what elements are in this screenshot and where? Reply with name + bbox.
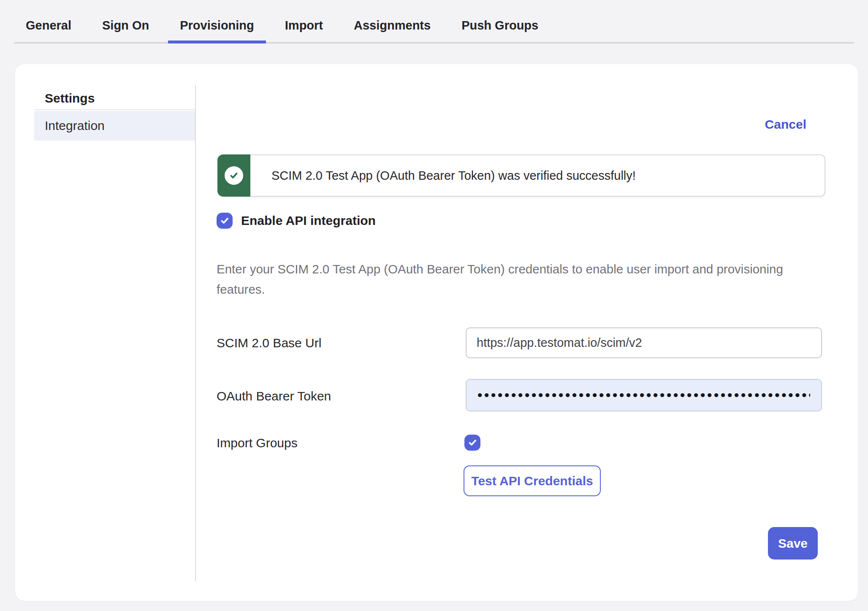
- tab-import[interactable]: Import: [273, 9, 335, 42]
- check-circle-icon: [225, 166, 243, 185]
- tab-provisioning[interactable]: Provisioning: [168, 9, 266, 42]
- description-line: Enter your SCIM 2.0 Test App (OAuth Bear…: [217, 259, 783, 279]
- tab-assignments[interactable]: Assignments: [342, 9, 442, 42]
- sidebar-separator: [34, 109, 195, 110]
- token-label: OAuth Bearer Token: [217, 389, 331, 403]
- settings-card: Settings Integration Cancel SCIM 2.0 Tes…: [15, 64, 858, 601]
- provisioning-page: General Sign On Provisioning Import Assi…: [0, 0, 868, 611]
- tab-general[interactable]: General: [14, 9, 83, 42]
- sidebar-heading: Settings: [45, 90, 95, 106]
- enable-api-checkbox[interactable]: [217, 213, 233, 229]
- sidebar-divider: [195, 85, 196, 581]
- base-url-input[interactable]: [466, 327, 822, 358]
- tab-bar: General Sign On Provisioning Import Assi…: [14, 0, 854, 43]
- import-groups-checkbox[interactable]: [464, 435, 480, 451]
- description-line: features.: [217, 279, 783, 300]
- cancel-link[interactable]: Cancel: [765, 117, 806, 132]
- tab-push-groups[interactable]: Push Groups: [450, 9, 550, 42]
- enable-api-label: Enable API integration: [241, 214, 376, 228]
- sidebar-item-integration[interactable]: Integration: [34, 111, 195, 141]
- test-api-credentials-button[interactable]: Test API Credentials: [464, 465, 601, 496]
- save-button[interactable]: Save: [768, 527, 818, 560]
- credentials-description: Enter your SCIM 2.0 Test App (OAuth Bear…: [217, 259, 783, 300]
- success-icon-block: [217, 154, 250, 197]
- enable-api-row: Enable API integration: [217, 212, 376, 229]
- success-alert-message: SCIM 2.0 Test App (OAuth Bearer Token) w…: [250, 154, 825, 197]
- base-url-label: SCIM 2.0 Base Url: [217, 336, 321, 350]
- success-alert: SCIM 2.0 Test App (OAuth Bearer Token) w…: [217, 154, 825, 197]
- tab-sign-on[interactable]: Sign On: [90, 9, 161, 42]
- import-groups-label: Import Groups: [217, 436, 298, 450]
- token-input[interactable]: [466, 379, 822, 411]
